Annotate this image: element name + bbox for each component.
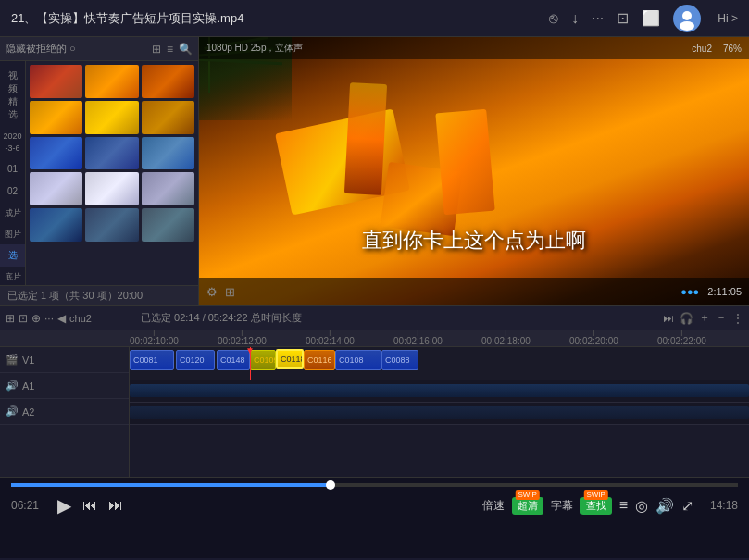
list-icon[interactable]: ≡: [167, 43, 173, 56]
media-thumb[interactable]: [85, 172, 138, 205]
sidebar-nav-02[interactable]: 02: [0, 180, 25, 203]
track-audio1-name: A1: [22, 380, 34, 392]
video-frame: 直到你卡上这个点为止啊: [199, 37, 749, 305]
prev-button[interactable]: ⏮: [81, 495, 99, 516]
crop-icon[interactable]: ⊡: [617, 9, 629, 27]
timeline-more-icon[interactable]: ···: [44, 312, 54, 325]
play-button[interactable]: ▶: [56, 492, 73, 518]
media-thumb[interactable]: [30, 208, 82, 242]
settings-icon[interactable]: ⚙: [206, 285, 218, 299]
progress-handle[interactable]: [326, 480, 335, 490]
progress-bar[interactable]: [11, 483, 738, 487]
share-icon[interactable]: ⎋: [549, 10, 558, 27]
speed-label[interactable]: 倍速: [482, 498, 505, 514]
timeline-info: 已选定 02:14 / 05:24:22 总时间长度: [141, 311, 302, 325]
ruler-mark: 00:02:10:00: [130, 330, 179, 346]
top-bar-icons: ⎋ ↓ ··· ⊡ ⬜ Hi >: [549, 5, 738, 32]
left-panel-content: 视频精选 2020-3-6 01 02 成片 图片 选 底片 音乐 音效: [0, 61, 198, 285]
media-thumb[interactable]: [85, 65, 138, 98]
media-thumb[interactable]: [142, 101, 194, 134]
track-labels: 🎬 V1 🔊 A1 🔊 A2: [0, 347, 130, 477]
media-thumb[interactable]: [30, 137, 82, 170]
track-label-audio1: 🔊 A1: [0, 373, 129, 399]
sidebar-nav-image[interactable]: 图片: [0, 224, 25, 245]
media-grid: [26, 61, 198, 285]
current-time: 06:21: [11, 499, 48, 512]
hd-swip-tag: SWIP: [515, 490, 539, 500]
search-badge[interactable]: SWIP 查找: [580, 497, 612, 515]
thr-more-icon[interactable]: ⋮: [732, 312, 743, 325]
more-icon[interactable]: ···: [592, 10, 604, 27]
sidebar-nav-negative[interactable]: 底片: [0, 267, 25, 285]
thr-skip-icon[interactable]: ⏭: [663, 312, 674, 325]
audio-track-1-row: [130, 380, 749, 403]
sidebar-nav-select[interactable]: 选: [0, 244, 25, 267]
media-thumb[interactable]: [30, 172, 82, 205]
timeline-snap-icon[interactable]: ⊡: [19, 312, 28, 325]
resize-icon[interactable]: ⬜: [642, 9, 660, 27]
avatar[interactable]: [673, 5, 701, 32]
timeline-marker-icon[interactable]: ⊕: [31, 312, 41, 325]
timeline-clip-c0118[interactable]: C0118: [276, 349, 304, 369]
toolbar-filter-text: 隐藏被拒绝的 ○: [6, 42, 146, 56]
track-label-audio2: 🔊 A2: [0, 399, 129, 425]
media-thumb[interactable]: [30, 101, 82, 134]
track-label-video: 🎬 V1: [0, 347, 129, 373]
expand-icon[interactable]: ⊞: [225, 285, 235, 299]
sidebar-nav-date1[interactable]: 2020-3-6: [0, 126, 25, 158]
video-info-bar: 1080p HD 25p，立体声 chu2 76%: [199, 37, 749, 59]
main-area: 隐藏被拒绝的 ○ ⊞ ≡ 🔍 视频精选 2020-3-6 01 02 成片 图片…: [0, 37, 749, 305]
timeline-clip-c0108[interactable]: C0108: [335, 350, 381, 370]
hd-badge[interactable]: SWIP 超清: [512, 497, 543, 515]
progress-fill: [11, 483, 331, 487]
timeline-area: ⊞ ⊡ ⊕ ··· ◀ chu2 已选定 02:14 / 05:24:22 总时…: [0, 305, 749, 477]
sidebar-nav-final[interactable]: 成片: [0, 203, 25, 224]
audio-track-2-row: [130, 403, 749, 425]
timeline-back-icon[interactable]: ◀: [57, 312, 66, 325]
search-icon[interactable]: 🔍: [179, 43, 193, 56]
sidebar-nav-video[interactable]: 视频精选: [0, 65, 25, 126]
track-audio2-name: A2: [22, 406, 34, 417]
top-bar: 21、【实操】快节奏广告短片项目实操.mp4 ⎋ ↓ ··· ⊡ ⬜ Hi >: [0, 0, 749, 37]
timeline-tools-icon[interactable]: ⊞: [6, 312, 15, 325]
thr-zoom-out-icon[interactable]: －: [716, 310, 727, 326]
page-title: 21、【实操】快节奏广告短片项目实操.mp4: [11, 10, 549, 27]
grid-icon[interactable]: ⊞: [152, 43, 161, 56]
media-thumb[interactable]: [85, 208, 138, 242]
media-thumb[interactable]: [142, 208, 194, 242]
timeline-clip-c0116[interactable]: C0116: [304, 350, 335, 370]
fullscreen-icon[interactable]: ⤢: [681, 497, 693, 515]
thr-zoom-in-icon[interactable]: ＋: [699, 310, 710, 326]
ruler-mark: 00:02:22:00: [657, 330, 706, 346]
thr-headphone-icon[interactable]: 🎧: [680, 312, 693, 325]
hi-label[interactable]: Hi >: [718, 12, 738, 25]
progress-bar-wrapper: [0, 478, 749, 489]
media-thumb[interactable]: [142, 172, 194, 205]
download-icon[interactable]: ↓: [571, 10, 579, 27]
playhead[interactable]: [250, 347, 251, 380]
timeline-clip-c0120[interactable]: C0120: [176, 350, 215, 370]
ruler-marks: 00:02:10:00 00:02:12:00 00:02:14:00 00:0…: [130, 330, 749, 346]
timeline-clip-c0088[interactable]: C0088: [381, 350, 418, 370]
timeline-clip-c0081[interactable]: C0081: [130, 350, 174, 370]
left-panel-footer: 已选定 1 项（共 30 项）20:00: [0, 285, 198, 305]
video-preview: 直到你卡上这个点为止啊 1080p HD 25p，立体声 chu2 76% ⚙ …: [199, 37, 749, 305]
volume-icon[interactable]: 🔊: [655, 497, 674, 515]
sidebar-nav-01[interactable]: 01: [0, 158, 25, 180]
target-icon[interactable]: ◎: [635, 497, 648, 515]
ruler-mark: 00:02:18:00: [481, 330, 531, 346]
bottom-player-bar: 06:21 ▶ ⏮ ⏭ 倍速 SWIP 超清 字幕 SWIP 查找 ≡ ◎ 🔊 …: [0, 477, 749, 558]
media-thumb[interactable]: [142, 137, 194, 170]
media-thumb[interactable]: [30, 65, 82, 98]
ruler-mark: 00:02:12:00: [218, 330, 267, 346]
timeline-header-right: ⏭ 🎧 ＋ － ⋮: [663, 310, 743, 326]
media-thumb[interactable]: [85, 137, 138, 170]
ruler-mark: 00:02:20:00: [569, 330, 618, 346]
next-button[interactable]: ⏭: [106, 495, 125, 516]
media-thumb[interactable]: [142, 65, 194, 98]
subtitle-label[interactable]: 字幕: [551, 498, 573, 514]
media-thumb[interactable]: [85, 101, 138, 134]
timeline-header-left: ⊞ ⊡ ⊕ ··· ◀ chu2: [6, 312, 135, 325]
playlist-icon[interactable]: ≡: [619, 497, 628, 514]
timeline-tracks: 🎬 V1 🔊 A1 🔊 A2 C0081 C0120 C0148 C0109: [0, 347, 749, 477]
